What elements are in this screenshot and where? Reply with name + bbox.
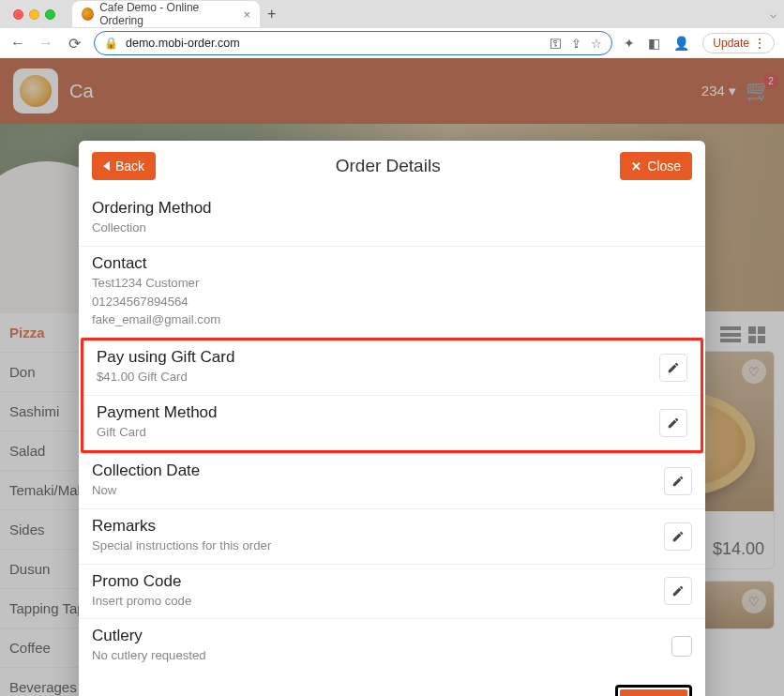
- share-icon[interactable]: ⇪: [571, 37, 581, 51]
- section-ordering-method: Ordering Method Collection: [79, 191, 705, 246]
- reload-button[interactable]: ⟳: [66, 35, 83, 53]
- section-title: Payment Method: [97, 403, 687, 422]
- edit-remarks-button[interactable]: [664, 522, 692, 551]
- tab-close-icon[interactable]: ×: [243, 8, 250, 22]
- modal-footer: Next: [79, 673, 705, 696]
- edit-promo-button[interactable]: [664, 577, 692, 605]
- edit-payment-button[interactable]: [659, 409, 687, 437]
- section-value: Special instructions for this order: [92, 537, 692, 554]
- back-button[interactable]: Back: [92, 152, 156, 180]
- section-cutlery: Cutlery No cutlery requested: [79, 618, 705, 673]
- pencil-icon: [671, 584, 685, 598]
- forward-button: →: [38, 35, 54, 52]
- url-text: demo.mobi-order.com: [126, 37, 240, 50]
- close-icon: ✕: [631, 159, 641, 174]
- chevron-left-icon: [103, 161, 110, 171]
- section-gift-card: Pay using Gift Card $41.00 Gift Card: [83, 340, 701, 395]
- modal-header: Back Order Details ✕ Close: [79, 141, 705, 191]
- window-zoom-icon[interactable]: [45, 9, 55, 20]
- app-viewport: Ca 234 ▾ 🛒 2 Pizza Don Sashimi Salad Tem…: [0, 58, 784, 696]
- new-tab-button[interactable]: +: [267, 6, 276, 23]
- extensions-icon[interactable]: ✦: [624, 36, 635, 51]
- key-icon[interactable]: ⚿: [550, 37, 562, 51]
- section-title: Collection Date: [92, 461, 692, 480]
- section-contact: Contact Test1234 Customer 01234567894564…: [79, 246, 705, 338]
- update-button[interactable]: Update ⋮: [702, 33, 775, 53]
- panel-icon[interactable]: ◧: [648, 36, 660, 51]
- section-payment-method: Payment Method Gift Card: [83, 395, 701, 450]
- star-icon[interactable]: ☆: [591, 37, 602, 51]
- section-collection-date: Collection Date Now: [79, 453, 705, 508]
- section-title: Pay using Gift Card: [97, 348, 687, 367]
- lock-icon: 🔒: [104, 37, 118, 50]
- back-button[interactable]: ←: [9, 35, 26, 52]
- edit-collection-date-button[interactable]: [664, 467, 692, 495]
- pencil-icon: [671, 530, 685, 543]
- browser-toolbar: ← → ⟳ 🔒 demo.mobi-order.com ⚿ ⇪ ☆ ✦ ◧ 👤 …: [0, 28, 784, 58]
- payment-highlight-box: Pay using Gift Card $41.00 Gift Card Pay…: [81, 338, 703, 453]
- section-remarks: Remarks Special instructions for this or…: [79, 508, 705, 564]
- section-value: $41.00 Gift Card: [97, 369, 687, 386]
- section-title: Cutlery: [92, 627, 692, 645]
- section-value: No cutlery requested: [92, 647, 692, 664]
- tab-title: Cafe Demo - Online Ordering: [99, 1, 237, 27]
- next-highlight-box: Next: [615, 685, 692, 696]
- menu-dots-icon: ⋮: [753, 36, 764, 51]
- section-title: Ordering Method: [92, 199, 692, 218]
- window-close-icon[interactable]: [13, 9, 23, 20]
- window-minimize-icon[interactable]: [29, 9, 39, 20]
- order-details-modal: Back Order Details ✕ Close Ordering Meth…: [79, 141, 705, 696]
- modal-title: Order Details: [156, 156, 620, 176]
- section-value: Now: [92, 482, 692, 499]
- section-title: Remarks: [92, 517, 692, 536]
- address-bar[interactable]: 🔒 demo.mobi-order.com ⚿ ⇪ ☆: [94, 31, 612, 55]
- section-value: Gift Card: [97, 424, 687, 441]
- cutlery-checkbox[interactable]: [671, 636, 692, 657]
- browser-chrome: Cafe Demo - Online Ordering × + ⌵ ← → ⟳ …: [0, 0, 784, 58]
- edit-gift-card-button[interactable]: [659, 354, 687, 382]
- section-title: Promo Code: [92, 572, 692, 591]
- pencil-icon: [671, 475, 685, 488]
- section-promo-code: Promo Code Insert promo code: [79, 564, 705, 619]
- close-button[interactable]: ✕ Close: [620, 152, 692, 180]
- contact-phone: 01234567894564: [92, 294, 692, 310]
- favicon-icon: [82, 8, 94, 21]
- profile-icon[interactable]: 👤: [673, 36, 689, 51]
- pencil-icon: [667, 416, 680, 430]
- section-title: Contact: [92, 254, 692, 273]
- window-controls: [8, 9, 61, 20]
- section-value: Insert promo code: [92, 593, 692, 610]
- next-button[interactable]: Next: [620, 689, 687, 696]
- contact-name: Test1234 Customer: [92, 275, 692, 292]
- tabs-overflow-icon[interactable]: ⌵: [770, 8, 776, 21]
- browser-tabbar: Cafe Demo - Online Ordering × + ⌵: [0, 0, 784, 28]
- browser-tab[interactable]: Cafe Demo - Online Ordering ×: [72, 1, 260, 27]
- pencil-icon: [667, 361, 680, 374]
- section-value: Collection: [92, 219, 692, 236]
- contact-email: fake_email@gmail.com: [92, 311, 692, 328]
